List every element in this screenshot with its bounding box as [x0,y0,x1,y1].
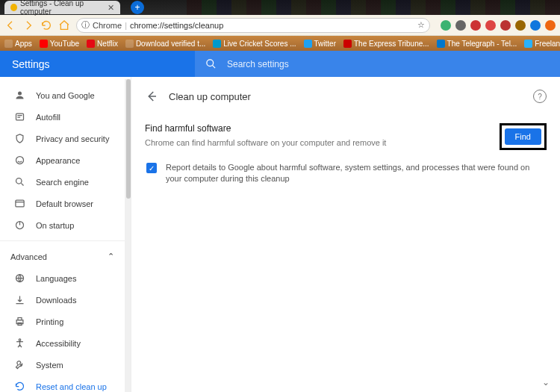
new-tab-button[interactable]: + [131,1,144,14]
bookmark-item[interactable]: Live Cricket Scores ... [213,40,296,48]
bookmark-icon [125,40,134,48]
sidebar-item-label: Appearance [36,156,80,165]
sidebar: You and Google Autofill Privacy and secu… [0,77,131,392]
tab-title: Settings - Clean up computer [20,0,108,16]
extension-icon[interactable] [545,20,556,31]
sidebar-item-label: Autofill [36,113,60,122]
sidebar-item-default[interactable]: Default browser [0,193,131,214]
restore-icon [13,381,25,393]
close-icon[interactable]: ✕ [108,3,114,13]
printer-icon [13,316,25,328]
reload-icon[interactable] [40,19,52,31]
accessibility-icon [13,337,25,349]
sidebar-item-languages[interactable]: Languages [0,267,131,289]
bookmark-label: YouTube [50,40,79,48]
extension-icon[interactable] [530,20,541,31]
extension-icon[interactable] [500,20,511,31]
bookmark-item[interactable]: Download verified t... [125,40,205,48]
settings-header: Settings [0,51,560,77]
section-title: Find harmful software [145,123,491,134]
bookmark-item[interactable]: Twitter [304,40,336,48]
sidebar-separator [0,240,131,241]
site-info-icon[interactable]: ⓘ [81,19,90,31]
search-wrap [195,51,560,77]
find-harmful-section: Find harmful software Chrome can find ha… [145,123,547,185]
sidebar-advanced-toggle[interactable]: Advanced ⌃ [0,246,131,267]
content-pane: Clean up computer ? Find harmful softwar… [131,77,560,392]
bookmark-icon [4,40,13,48]
bookmark-item[interactable]: The Telegraph - Tel... [437,40,517,48]
address-bar[interactable]: ⓘ Chrome | chrome://settings/cleanup ☆ [76,18,430,33]
browser-icon [13,198,25,210]
bookmark-item[interactable]: Apps [4,40,32,48]
bookmark-label: Apps [15,40,32,48]
section-desc: Chrome can find harmful software on your… [145,137,491,149]
forward-icon[interactable] [22,19,34,31]
sidebar-item-label: Accessibility [36,339,81,348]
bookmark-label: The Express Tribune... [354,40,429,48]
sidebar-item-downloads[interactable]: Downloads [0,289,131,311]
sidebar-item-printing[interactable]: Printing [0,311,131,332]
extension-icon[interactable] [515,20,526,31]
report-checkbox[interactable]: ✓ [146,163,157,173]
person-icon [13,90,25,102]
extension-icon[interactable] [441,20,451,31]
sidebar-item-label: Search engine [36,178,89,187]
bookmark-item[interactable]: The Express Tribune... [343,40,429,48]
download-icon [13,294,25,306]
sidebar-item-accessibility[interactable]: Accessibility [0,332,131,354]
search-engine-icon [13,176,25,188]
bookmark-icon [87,40,95,48]
svg-point-3 [16,157,23,164]
sidebar-item-system[interactable]: System [0,354,131,376]
content-header: Clean up computer ? [145,87,547,105]
find-highlight-box: Find [500,123,547,150]
chevron-down-icon[interactable]: ⌄ [542,377,550,388]
bookmark-label: Twitter [314,40,336,48]
search-input[interactable] [227,59,560,69]
sidebar-item-autofill[interactable]: Autofill [0,106,131,128]
home-icon[interactable] [58,19,70,31]
sidebar-item-you[interactable]: You and Google [0,84,131,106]
autofill-icon [13,111,25,123]
sidebar-item-label: Languages [36,274,76,283]
extension-icon[interactable] [485,20,496,31]
bookmark-icon [213,40,221,48]
tab-bar: Settings - Clean up computer ✕ + [0,0,560,15]
bookmark-label: Download verified t... [136,40,205,48]
sidebar-item-label: Reset and clean up [36,382,107,391]
globe-icon [13,273,25,284]
settings-title: Settings [0,51,195,77]
sidebar-item-appearance[interactable]: Appearance [0,149,131,171]
svg-point-11 [19,339,21,341]
sidebar-item-label: Default browser [36,199,93,208]
sidebar-item-reset[interactable]: Reset and clean up [0,376,131,392]
bookmark-label: Freelancer.com [535,40,560,48]
sidebar-item-label: Downloads [36,296,76,305]
bookmark-item[interactable]: Netflix [87,40,118,48]
address-scheme: Chrome [93,21,122,30]
extension-icon[interactable] [455,20,466,31]
sidebar-item-search[interactable]: Search engine [0,171,131,193]
nav-bar: ⓘ Chrome | chrome://settings/cleanup ☆ [0,15,560,36]
back-icon[interactable] [4,19,16,31]
browser-tab[interactable]: Settings - Clean up computer ✕ [4,1,120,14]
bookmark-star-icon[interactable]: ☆ [417,20,425,30]
back-button[interactable] [145,90,158,103]
bookmark-item[interactable]: Freelancer.com [524,40,560,48]
chevron-up-icon: ⌃ [108,252,114,261]
bookmark-item[interactable]: YouTube [40,40,79,48]
bookmarks-bar: Apps YouTube Netflix Download verified t… [0,36,560,51]
sidebar-item-startup[interactable]: On startup [0,214,131,236]
extension-icon[interactable] [470,20,481,31]
tab-favicon [10,4,17,11]
power-icon [13,220,25,231]
sidebar-item-privacy[interactable]: Privacy and security [0,128,131,149]
bookmark-label: The Telegraph - Tel... [447,40,517,48]
help-icon[interactable]: ? [533,90,547,103]
sidebar-item-label: Printing [36,317,63,326]
sidebar-item-label: System [36,361,63,370]
page-title: Clean up computer [169,91,251,102]
find-button[interactable]: Find [505,128,541,145]
extension-icons [441,20,556,31]
